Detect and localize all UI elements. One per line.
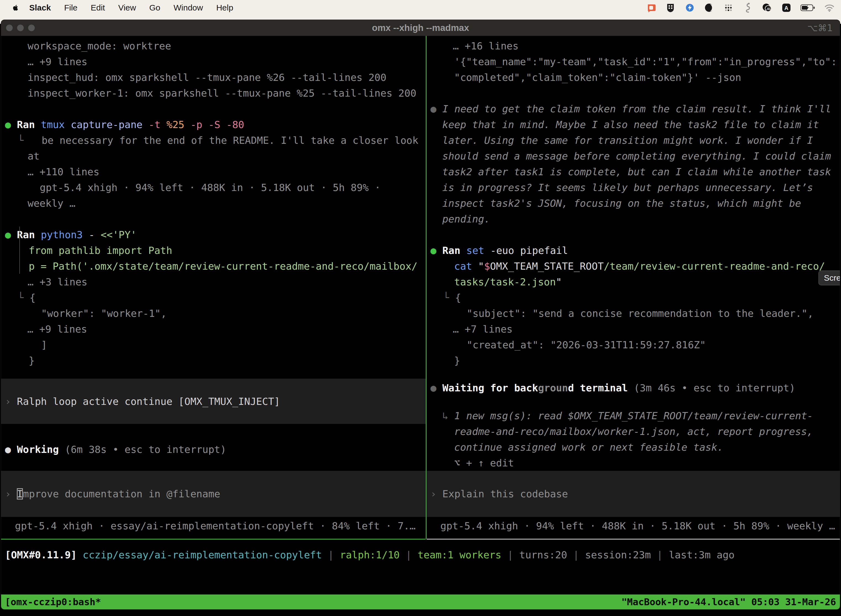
prompt-chevron: › xyxy=(5,396,17,407)
window-title-bar[interactable]: omx --xhigh --madmax ⌥⌘1 xyxy=(1,20,840,36)
text-segment: task2 after task1 is complete, but can I… xyxy=(442,166,831,177)
text-segment: "subject": "send a concise recommendatio… xyxy=(467,308,813,319)
omx-hud-pane: [OMX#0.11.9] cczip/essay/ai-reimplementa… xyxy=(1,540,840,594)
text-segment: be necessary for the end of the README. … xyxy=(24,135,418,146)
terminal-line: task2 after task1 is complete, but can I… xyxy=(426,164,840,180)
tmux-session-label[interactable]: [omx-cczip0:bash* xyxy=(5,596,101,607)
text-segment: I need to get the claim token from the c… xyxy=(442,103,831,114)
text-segment: set xyxy=(466,245,490,256)
text-segment: mprove documentation in @filename xyxy=(23,488,220,500)
menu-item-help[interactable]: Help xyxy=(210,3,240,12)
squiggle-icon[interactable] xyxy=(742,2,753,13)
spacer xyxy=(1,457,426,471)
terminal-line: from pathlib import Path xyxy=(1,243,426,258)
text-segment: -p -S -80 xyxy=(190,119,244,130)
thinking-bullet: ● xyxy=(431,103,442,114)
text-segment: %25 xyxy=(166,119,190,130)
terminal-line: … +110 lines xyxy=(1,164,426,180)
chat-app-icon[interactable] xyxy=(646,2,657,13)
tmux-host-clock: "MacBook-Pro-44.local" 05:03 31-Mar-26 xyxy=(621,596,836,607)
terminal-line: "completed","claim_token":"claim-token"}… xyxy=(426,70,840,85)
bolt-badge-icon[interactable] xyxy=(684,2,695,13)
terminal-line: p = Path('.omx/state/team/review-current… xyxy=(1,258,426,274)
timer-badge-icon[interactable]: ..61 xyxy=(762,2,772,13)
prompt-input[interactable]: › Improve documentation in @filename xyxy=(1,471,426,517)
terminal-line: } xyxy=(426,353,840,368)
text-segment: from pathlib import Path xyxy=(29,245,172,256)
menu-item-window[interactable]: Window xyxy=(167,3,210,12)
text-segment: Working xyxy=(17,444,59,455)
text-segment: continue assigned work or next feasible … xyxy=(454,441,723,453)
text-segment: last:3m ago xyxy=(669,549,734,560)
terminal-line: ● Ran set -euo pipefail xyxy=(426,243,840,258)
text-segment: Ran xyxy=(17,119,41,130)
apple-menu-icon[interactable] xyxy=(12,4,19,12)
terminal-line: … +7 lines xyxy=(426,321,840,337)
terminal-line xyxy=(426,85,840,101)
terminal-line: later. Using the same for transition mig… xyxy=(426,132,840,148)
spacer xyxy=(426,368,840,380)
menu-item-go[interactable]: Go xyxy=(143,3,167,12)
text-segment: weekly … xyxy=(28,198,75,209)
text-segment: | xyxy=(400,549,418,560)
ralph-loop-banner: › Ralph loop active continue [OMX_TMUX_I… xyxy=(1,378,426,424)
text-cursor: I xyxy=(17,488,23,500)
terminal-line: ⌥ + ↑ edit xyxy=(426,455,840,471)
run-bullet: ● xyxy=(5,119,17,130)
text-segment: pending. xyxy=(442,213,490,224)
svg-text:..61: ..61 xyxy=(766,7,771,10)
spacer xyxy=(1,368,426,378)
text-segment: (3m 46s • esc to interrupt) xyxy=(628,382,795,393)
run-bullet: ● xyxy=(431,245,442,256)
text-segment: -t xyxy=(148,119,166,130)
dots-grid-icon[interactable] xyxy=(723,2,734,13)
text-segment: | xyxy=(501,549,519,560)
moon-app-icon[interactable] xyxy=(703,2,715,13)
omx-status-line: [OMX#0.11.9] cczip/essay/ai-reimplementa… xyxy=(1,547,840,563)
output-elbow: └ xyxy=(18,135,24,146)
spacer xyxy=(426,396,840,408)
menu-item-view[interactable]: View xyxy=(111,3,142,12)
terminal-line: should send a message before completing … xyxy=(426,148,840,164)
text-segment: tmux xyxy=(41,119,70,130)
left-terminal-pane[interactable]: workspace_mode: worktree… +9 linesinspec… xyxy=(1,36,426,539)
text-segment: … +9 lines xyxy=(28,56,88,67)
menu-item-edit[interactable]: Edit xyxy=(84,3,112,12)
text-segment: turns:20 xyxy=(519,549,567,560)
text-segment: "created_at": "2026-03-31T11:59:27.816Z" xyxy=(467,339,706,351)
terminal-line: ● Ran python3 - <<'PY' xyxy=(1,227,426,243)
reply-arrow: ↳ xyxy=(442,410,454,421)
menu-item-file[interactable]: File xyxy=(57,3,84,12)
text-segment: is in progress? It seems likely but perh… xyxy=(442,182,813,193)
menu-bar-status-icons: ..61 A xyxy=(646,2,841,13)
battery-icon[interactable] xyxy=(800,2,816,13)
text-segment: readme-and-reco/mailbox/worker-1.json, a… xyxy=(454,426,813,437)
text-segment: Ralph loop active continue [OMX_TMUX_INJ… xyxy=(17,396,280,407)
terminal-line: weekly … xyxy=(1,195,426,211)
text-segment: Explain this codebase xyxy=(442,488,568,500)
shield-grid-icon[interactable] xyxy=(665,2,676,13)
working-bullet: ● xyxy=(5,444,17,455)
text-segment: '{"team_name":"my-team","task_id":"1","f… xyxy=(454,56,837,67)
text-segment: | xyxy=(651,549,669,560)
text-segment: [OMX#0.11.9] xyxy=(5,549,83,560)
wifi-icon[interactable] xyxy=(824,2,835,13)
text-segment: … +7 lines xyxy=(453,323,513,335)
text-segment: " xyxy=(478,261,484,272)
right-terminal-pane[interactable]: … +16 lines'{"team_name":"my-team","task… xyxy=(426,36,840,539)
text-segment: $ xyxy=(484,261,490,272)
terminal-line: … +9 lines xyxy=(1,321,426,337)
menu-app-name[interactable]: Slack xyxy=(19,3,57,12)
text-segment: session:23m xyxy=(585,549,651,560)
terminal-line xyxy=(1,211,426,227)
text-segment: Waiting for back xyxy=(442,382,538,393)
text-segment: Ran xyxy=(17,229,41,241)
text-segment: { xyxy=(29,292,35,303)
prompt-input[interactable]: › Explain this codebase xyxy=(426,471,840,517)
text-segment: 1 new msg(s): read $OMX_TEAM_STATE_ROOT/… xyxy=(454,410,813,421)
svg-text:A: A xyxy=(784,5,788,11)
output-elbow: └ xyxy=(443,292,455,303)
terminal-line: inspect task2's JSON, focusing on the st… xyxy=(426,195,840,211)
terminal-line: is in progress? It seems likely but perh… xyxy=(426,180,840,195)
letter-a-icon[interactable]: A xyxy=(781,2,792,13)
